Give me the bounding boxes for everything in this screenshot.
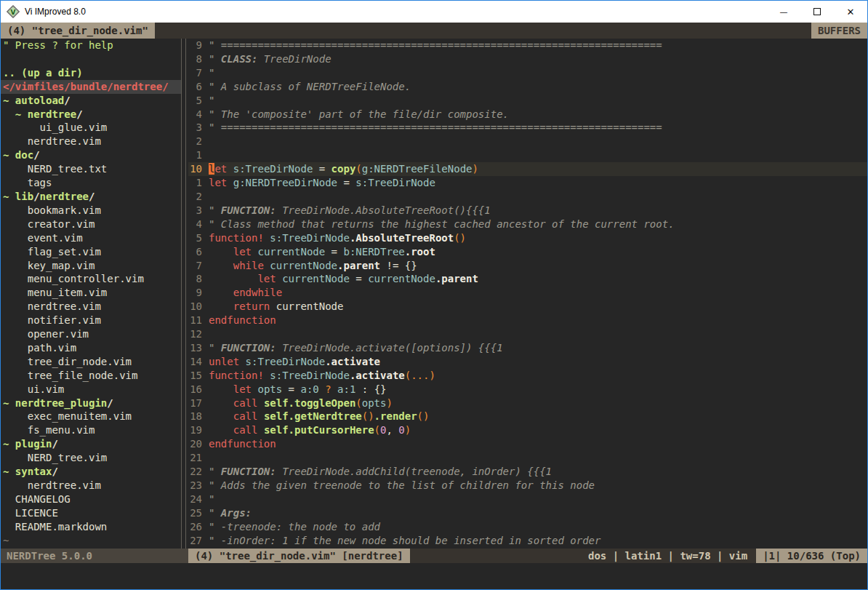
- code-line[interactable]: 16 let opts = a:0 ? a:1 : {}: [188, 383, 867, 396]
- tree-item[interactable]: event.vim: [1, 231, 181, 245]
- syntax-txt: [3, 314, 28, 326]
- tree-item[interactable]: README.markdown: [1, 520, 181, 534]
- code-line[interactable]: 24": [188, 493, 867, 506]
- tree-item[interactable]: bookmark.vim: [1, 204, 181, 218]
- code-line[interactable]: 4" The 'composite' part of the file/dir …: [188, 108, 867, 121]
- tree-item[interactable]: path.vim: [1, 341, 181, 355]
- tree-item[interactable]: tags: [1, 176, 181, 190]
- minimize-button[interactable]: [767, 1, 800, 23]
- code-line[interactable]: 27" -inOrder: 1 if the new node should b…: [188, 534, 867, 548]
- code-line[interactable]: 21: [188, 451, 867, 465]
- tree-item[interactable]: creator.vim: [1, 218, 181, 231]
- tree-item[interactable]: " Press ? for help: [1, 39, 181, 52]
- syntax-par: (: [355, 163, 361, 175]
- code-line[interactable]: 15function! s:TreeDirNode.activate(...): [188, 369, 867, 383]
- code-line[interactable]: 1: [188, 148, 867, 162]
- vim-logo-icon[interactable]: V: [7, 5, 20, 18]
- tree-item[interactable]: ~: [1, 534, 181, 548]
- code-line[interactable]: 23" Adds the given treenode to the list …: [188, 479, 867, 493]
- tree-item[interactable]: flag_set.vim: [1, 245, 181, 259]
- code-line[interactable]: 3" =====================================…: [188, 121, 867, 135]
- tree-item[interactable]: NERD_tree.txt: [1, 162, 181, 176]
- code-line-current[interactable]: 10let s:TreeDirNode = copy(g:NERDTreeFil…: [188, 162, 867, 176]
- syntax-id: opts: [257, 383, 282, 395]
- code-line[interactable]: 8" CLASS: TreeDirNode: [188, 52, 867, 66]
- code-line[interactable]: 13" FUNCTION: TreeDirNode.activate([opti…: [188, 341, 867, 355]
- code-line[interactable]: 3" FUNCTION: TreeDirNode.AbsoluteTreeRoo…: [188, 204, 867, 218]
- tree-item[interactable]: ui.vim: [1, 383, 181, 396]
- tree-item[interactable]: ~ lib/nerdtree/: [1, 190, 181, 204]
- syntax-kw: call: [233, 410, 258, 422]
- tree-item[interactable]: notifier.vim: [1, 314, 181, 327]
- code-line[interactable]: 17 call self.toggleOpen(opts): [188, 396, 867, 410]
- line-number: 14: [188, 355, 209, 369]
- tree-item[interactable]: tree_file_node.vim: [1, 369, 181, 383]
- syntax-txt: [3, 287, 28, 298]
- code-line[interactable]: 5": [188, 94, 867, 108]
- tree-item[interactable]: fs_menu.vim: [1, 423, 181, 437]
- code-line[interactable]: 26" -treenode: the node to add: [188, 520, 867, 534]
- code-line[interactable]: 8 let currentNode = currentNode.parent: [188, 272, 867, 286]
- close-button[interactable]: [834, 1, 867, 23]
- code-line[interactable]: 11endfunction: [188, 314, 867, 327]
- tree-item[interactable]: NERD_tree.vim: [1, 451, 181, 465]
- line-content: " The 'composite' part of the file/dir c…: [209, 108, 867, 121]
- tree-item[interactable]: nerdtree.vim: [1, 479, 181, 493]
- code-line[interactable]: 22" FUNCTION: TreeDirNode.addChild(treen…: [188, 465, 867, 479]
- code-line[interactable]: 6 let currentNode = b:NERDTree.root: [188, 245, 867, 259]
- code-line[interactable]: 9 endwhile: [188, 286, 867, 300]
- tree-item[interactable]: menu_controller.vim: [1, 272, 181, 286]
- tree-item[interactable]: ~ doc/: [1, 148, 181, 162]
- tree-item[interactable]: tree_dir_node.vim: [1, 355, 181, 369]
- code-line[interactable]: 20endfunction: [188, 437, 867, 451]
- tree-item[interactable]: .. (up a dir): [1, 66, 181, 80]
- tree-item[interactable]: opener.vim: [1, 327, 181, 341]
- syntax-txt: ,: [386, 424, 398, 436]
- tree-item[interactable]: nerdtree.vim: [1, 300, 181, 314]
- tree-item[interactable]: ui_glue.vim: [1, 121, 181, 135]
- code-line[interactable]: 19 call self.putCursorHere(0, 0): [188, 423, 867, 437]
- tree-item[interactable]: exec_menuitem.vim: [1, 410, 181, 423]
- syntax-id: g:NERDTreeFileNode: [362, 163, 473, 175]
- tree-item[interactable]: ~ plugin/: [1, 437, 181, 451]
- code-line[interactable]: 10 return currentNode: [188, 300, 867, 314]
- tree-item[interactable]: nerdtree.vim: [1, 135, 181, 148]
- code-line[interactable]: 2: [188, 190, 867, 204]
- code-line[interactable]: 4" Class method that returns the highest…: [188, 218, 867, 231]
- tree-item[interactable]: key_map.vim: [1, 259, 181, 273]
- syntax-fn: self.putCursorHere: [264, 424, 374, 436]
- line-number: 5: [188, 94, 209, 108]
- syntax-txt: [227, 177, 233, 188]
- tree-item[interactable]: CHANGELOG: [1, 493, 181, 506]
- syntax-txt: [3, 232, 28, 244]
- code-line[interactable]: 12: [188, 327, 867, 341]
- code-line[interactable]: 25" Args:: [188, 506, 867, 520]
- tree-item[interactable]: ~ nerdtree_plugin/: [1, 396, 181, 410]
- code-buffer: 9" =====================================…: [188, 39, 867, 549]
- tab-tree-dir-node[interactable]: (4) "tree_dir_node.vim": [1, 23, 155, 39]
- command-line[interactable]: [1, 563, 867, 589]
- line-content: endfunction: [209, 314, 867, 327]
- code-line[interactable]: 1let g:NERDTreeDirNode = s:TreeDirNode: [188, 176, 867, 190]
- code-line[interactable]: 7 while currentNode.parent != {}: [188, 259, 867, 273]
- tree-item[interactable]: ~ autoload/: [1, 94, 181, 108]
- tree-item[interactable]: [1, 52, 181, 66]
- tree-item[interactable]: menu_item.vim: [1, 286, 181, 300]
- syntax-txt: [276, 273, 282, 284]
- code-line[interactable]: 18 call self.getNerdtree().render(): [188, 410, 867, 423]
- buffers-label[interactable]: BUFFERS: [811, 23, 867, 39]
- code-line[interactable]: 7": [188, 66, 867, 80]
- tree-root-item[interactable]: </vimfiles/bundle/nerdtree/: [1, 80, 181, 94]
- code-line[interactable]: 5function! s:TreeDirNode.AbsoluteTreeRoo…: [188, 231, 867, 245]
- window-separator[interactable]: [181, 39, 188, 549]
- tree-item[interactable]: LICENCE: [1, 506, 181, 520]
- maximize-button[interactable]: [800, 1, 834, 23]
- tree-item[interactable]: ~ syntax/: [1, 465, 181, 479]
- tree-item[interactable]: ~ nerdtree/: [1, 108, 181, 121]
- syntax-file: key_map.vim: [28, 260, 95, 271]
- code-line[interactable]: 9" =====================================…: [188, 39, 867, 52]
- code-line[interactable]: 6" A subclass of NERDTreeFileNode.: [188, 80, 867, 94]
- title-bar[interactable]: V Vi IMproved 8.0: [1, 1, 867, 23]
- code-line[interactable]: 2: [188, 135, 867, 148]
- code-line[interactable]: 14unlet s:TreeDirNode.activate: [188, 355, 867, 369]
